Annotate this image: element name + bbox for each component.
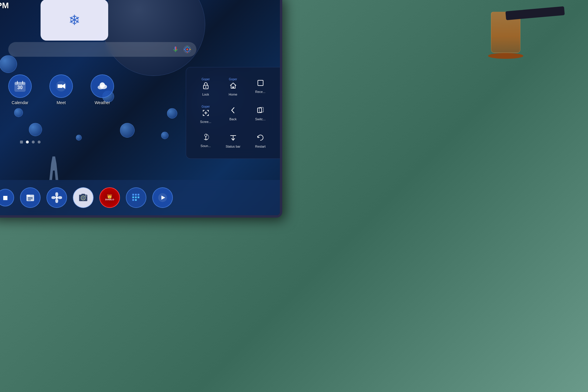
page-dot-3 (32, 141, 35, 144)
svg-point-18 (55, 192, 58, 197)
svg-rect-32 (138, 196, 139, 198)
switch-icon (255, 105, 266, 116)
quick-action-back[interactable]: Back (219, 101, 247, 128)
svg-point-24 (85, 195, 86, 196)
dock-icon-apps[interactable] (126, 187, 146, 208)
svg-rect-30 (135, 199, 137, 201)
widget-snowflake-icon: ❄ (69, 12, 80, 28)
quick-action-recent[interactable]: Rece... (247, 73, 274, 101)
recent-icon (255, 78, 266, 88)
meet-icon (49, 74, 73, 98)
svg-rect-4 (15, 82, 25, 85)
svg-rect-27 (135, 194, 137, 196)
quick-action-sound[interactable]: Soun... (192, 128, 219, 153)
screenshot-label: Scree... (200, 120, 211, 124)
bubble-4 (14, 108, 23, 117)
page-dot-4 (38, 141, 41, 144)
page-dot-1 (20, 141, 23, 144)
statusbar-label: Status bar (225, 145, 240, 148)
restart-label: Restart (255, 145, 265, 148)
background-figure (49, 156, 58, 180)
statusbar-icon (228, 132, 238, 143)
quick-action-statusbar[interactable]: Status bar (219, 128, 247, 153)
svg-rect-31 (138, 194, 139, 196)
svg-point-21 (51, 196, 56, 199)
svg-rect-25 (132, 194, 134, 196)
home-icon (228, 80, 238, 91)
search-bar[interactable] (8, 42, 196, 57)
scene: ❄ PM (0, 0, 588, 392)
lock-label: Lock (202, 93, 209, 96)
bubble-3 (120, 123, 135, 138)
svg-point-20 (55, 198, 58, 203)
svg-rect-29 (132, 199, 134, 201)
google-lens-icon[interactable] (183, 45, 192, 54)
weather-icon (91, 74, 114, 98)
svg-rect-13 (26, 195, 30, 196)
switch-label: Switc... (255, 117, 265, 121)
svg-rect-28 (135, 196, 137, 198)
dock-icon-unknown[interactable]: ◼ (0, 189, 14, 206)
page-dots (20, 141, 41, 144)
widget-card: ❄ (41, 0, 108, 41)
tablet-screen: ❄ PM (0, 0, 280, 215)
dock-icon-files[interactable] (20, 187, 41, 208)
glass-coaster (488, 53, 523, 59)
large-sphere-decoration (102, 0, 205, 76)
sound-label: Soun... (201, 144, 211, 148)
svg-point-43 (205, 134, 207, 136)
app-icon-weather[interactable]: Weather (91, 74, 114, 105)
svg-rect-26 (132, 196, 134, 198)
svg-point-23 (82, 197, 84, 199)
dock-icon-youtube[interactable] (152, 187, 173, 208)
bubble-6 (161, 132, 168, 139)
google-mic-icon[interactable] (171, 45, 180, 54)
recent-label: Rece... (255, 90, 265, 94)
bubble-8 (29, 123, 42, 136)
bubble-5 (167, 108, 177, 119)
tablet-device: ❄ PM (0, 0, 282, 218)
screenshot-icon (201, 108, 211, 118)
back-label: Back (229, 117, 236, 121)
quick-action-restart[interactable]: Restart (247, 128, 274, 153)
quick-action-switch[interactable]: Switc... (247, 101, 274, 128)
quick-action-screenshot[interactable]: Goper Scree... (192, 101, 219, 128)
sound-icon (201, 132, 211, 142)
bubble-1 (0, 55, 17, 73)
svg-text:30: 30 (17, 85, 23, 90)
back-icon (228, 105, 238, 116)
app-icon-calendar[interactable]: 30 Calendar (8, 74, 32, 105)
time-display: PM (0, 1, 9, 10)
dock-icon-fan[interactable] (46, 187, 67, 208)
svg-point-2 (186, 49, 188, 50)
dock-icon-diablo[interactable]: 👑 DIABLO (99, 187, 120, 208)
page-dot-2 (26, 141, 29, 144)
quick-actions-overlay: Goper Lock Goper (186, 67, 280, 159)
calendar-icon: 30 (8, 74, 32, 98)
lock-icon (201, 80, 211, 91)
quick-action-lock[interactable]: Goper Lock (192, 73, 219, 101)
quick-action-home[interactable]: Goper Home (219, 73, 247, 101)
app-icon-meet[interactable]: Meet (49, 74, 73, 105)
svg-point-11 (98, 85, 103, 89)
restart-icon (255, 132, 266, 143)
meet-label: Meet (56, 100, 66, 105)
home-label: Home (229, 93, 237, 96)
weather-label: Weather (95, 100, 110, 105)
svg-point-19 (58, 196, 62, 199)
bubble-7 (76, 135, 82, 141)
dock-icon-camera[interactable] (73, 187, 93, 208)
svg-rect-38 (258, 80, 263, 86)
calendar-label: Calendar (12, 100, 29, 105)
app-icons-row: 30 Calendar (8, 74, 114, 105)
svg-point-36 (205, 86, 206, 88)
dock: ◼ (0, 180, 280, 215)
svg-point-17 (56, 196, 58, 199)
svg-rect-37 (232, 86, 234, 88)
quick-actions-grid: Goper Lock Goper (192, 73, 274, 153)
